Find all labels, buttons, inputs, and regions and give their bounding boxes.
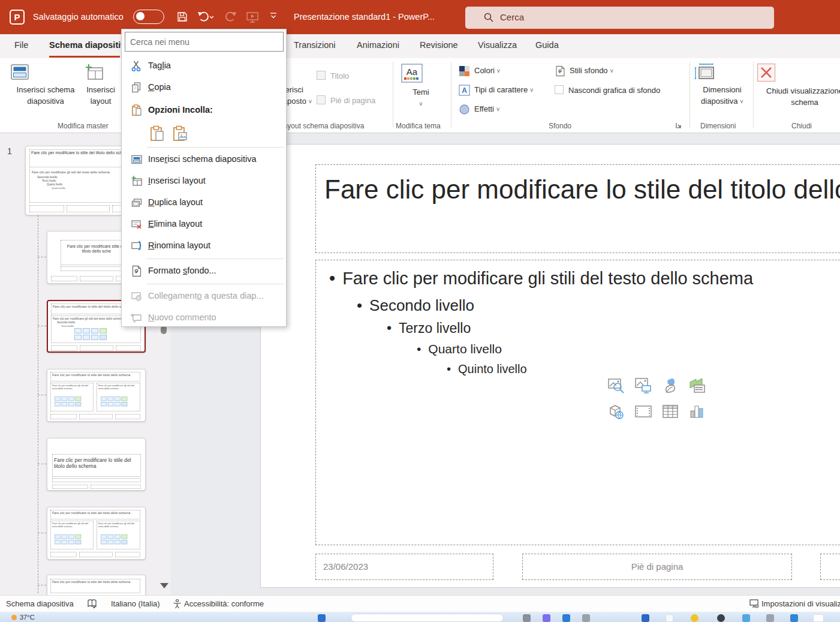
search-bar[interactable]: Cerca <box>465 7 774 29</box>
start-slideshow-icon <box>246 11 259 24</box>
proofing-icon[interactable] <box>87 599 97 609</box>
menu-item-formato-sfondo[interactable]: Formato sfondo... <box>122 260 287 282</box>
scrollbar-down-arrow-icon[interactable] <box>160 583 168 588</box>
taskbar-app-icon[interactable] <box>742 614 750 622</box>
customize-quick-access-icon[interactable] <box>269 12 278 20</box>
menu-item-rinomina-layout[interactable]: Rinomina layout <box>122 235 287 257</box>
insert-layout-button[interactable]: Inserisci layout <box>83 61 118 107</box>
tab-transizioni[interactable]: Transizioni <box>294 40 336 50</box>
display-settings-icon <box>749 599 759 608</box>
chart-icon[interactable] <box>689 404 706 419</box>
menu-item-elimina-layout[interactable]: Elimina layout <box>122 214 287 235</box>
slide-thumbnail-comparison[interactable]: Fare clic per modificare lo stile del ti… <box>47 507 146 560</box>
paste-keep-formatting-icon[interactable] <box>148 125 166 143</box>
body-placeholder[interactable]: •Fare clic per modificare gli stili del … <box>315 260 840 545</box>
taskbar-app-icon[interactable] <box>543 614 550 622</box>
link-icon <box>131 290 143 302</box>
sfondo-dialog-launcher-icon[interactable] <box>675 122 682 129</box>
taskbar-search-box[interactable] <box>351 614 504 622</box>
tab-visualizza[interactable]: Visualizza <box>478 40 517 50</box>
taskbar-app-icon[interactable] <box>717 614 725 622</box>
group-label-modifica-master: Modifica master <box>58 122 109 130</box>
video-icon[interactable] <box>635 404 652 419</box>
effetti-icon <box>459 104 470 115</box>
view-status-label: Schema diapositiva <box>6 599 74 608</box>
taskbar-app-icon[interactable] <box>318 614 326 622</box>
menu-item-label: Copia <box>148 82 171 92</box>
chiudi-visualizzazione-schema-button[interactable]: Chiudi visualizzazione schema <box>757 61 840 109</box>
menu-item-label: Duplica layout <box>148 197 203 207</box>
undo-icon[interactable] <box>197 11 215 24</box>
smartart-icon[interactable] <box>689 378 706 393</box>
display-settings-button[interactable]: Impostazioni di visualizzazione <box>761 599 840 608</box>
menu-item-inserisci-layout[interactable]: Inserisci layout <box>122 170 287 192</box>
menu-item-copia[interactable]: Copia <box>122 77 287 98</box>
paste-picture-icon[interactable] <box>171 125 189 143</box>
language-status[interactable]: Italiano (Italia) <box>111 599 160 608</box>
temi-button[interactable]: Aa Temi ˅ <box>401 61 441 110</box>
pictures-icon[interactable] <box>635 378 652 393</box>
pie-di-pagina-checkbox <box>317 95 326 104</box>
tab-guida[interactable]: Guida <box>535 40 559 50</box>
taskbar-app-icon[interactable] <box>691 614 699 622</box>
menu-item-label: Formato sfondo... <box>148 266 216 275</box>
3d-model-icon[interactable] <box>608 404 625 419</box>
group-label-chiudi: Chiudi <box>791 122 812 130</box>
menu-search-input[interactable] <box>125 32 284 52</box>
nascondi-grafica-checkbox[interactable] <box>555 85 564 94</box>
group-label-sfondo: Sfondo <box>549 122 571 130</box>
accessibility-icon <box>172 599 182 609</box>
save-icon[interactable] <box>176 11 188 23</box>
date-placeholder[interactable]: 23/06/2023 <box>315 554 493 580</box>
menu-item-inserisci-schema[interactable]: Inserisci schema diapositiva <box>122 149 287 170</box>
taskbar-app-icon[interactable] <box>790 614 798 622</box>
powerpoint-logo-icon[interactable]: P <box>10 10 25 25</box>
stock-images-icon[interactable] <box>608 378 625 393</box>
title-placeholder[interactable]: Fare clic per modificare lo stile del ti… <box>315 164 840 253</box>
insert-layout-icon <box>131 175 143 187</box>
effetti-button[interactable]: Effetti ˅ <box>474 104 499 113</box>
menu-item-taglia[interactable]: Taglia <box>122 55 287 77</box>
taskbar-app-icon[interactable] <box>562 614 570 622</box>
bullet-level-3: •Terzo livello <box>387 320 471 336</box>
taskbar-app-icon[interactable] <box>582 614 590 622</box>
weather-widget[interactable]: 37°C <box>20 614 35 621</box>
tipi-di-carattere-button[interactable]: Tipi di carattere ˅ <box>474 85 534 94</box>
taskbar-app-icon[interactable] <box>766 614 774 622</box>
table-icon[interactable] <box>662 404 679 419</box>
slide-thumbnail-two-content[interactable]: Fare clic per modificare lo stile del ti… <box>47 369 146 422</box>
insert-slide-master-icon <box>10 63 82 81</box>
tab-revisione[interactable]: Revisione <box>420 40 458 50</box>
autosave-toggle[interactable] <box>133 10 164 24</box>
nascondi-grafica-label: Nascondi grafica di sfondo <box>568 86 660 95</box>
menu-item-duplica-layout[interactable]: Duplica layout <box>122 192 287 214</box>
dimensioni-diapositiva-icon <box>694 63 751 81</box>
icons-icon[interactable] <box>662 378 679 393</box>
slidenumber-placeholder[interactable] <box>820 554 840 580</box>
insert-layout-icon <box>83 63 118 81</box>
footer-placeholder[interactable]: Piè di pagina <box>522 554 792 580</box>
autosave-label: Salvataggio automatico <box>33 12 124 22</box>
search-placeholder-text: Cerca <box>500 12 524 22</box>
insert-slide-master-button[interactable]: Inserisci schema diapositiva <box>10 61 82 107</box>
tab-schema-diapositiva[interactable]: Schema diapositiva <box>49 40 130 50</box>
taskbar-app-icon[interactable] <box>642 614 649 622</box>
taskbar-app-icon[interactable] <box>813 614 824 622</box>
group-label-layout-schema: Layout schema diapositiva <box>279 122 364 130</box>
colori-button[interactable]: Colori ˅ <box>474 66 500 75</box>
powerpoint-window: P Salvataggio automatico Presentazione s… <box>0 0 840 622</box>
tipi-di-carattere-icon: A <box>459 85 470 96</box>
group-label-dimensioni: Dimensioni <box>700 122 736 130</box>
group-label-modifica-tema: Modifica tema <box>396 122 441 130</box>
bullet-level-4: •Quarto livello <box>417 342 502 356</box>
taskbar-app-icon[interactable] <box>666 614 673 622</box>
menu-section-label: Opzioni Incolla: <box>148 105 213 115</box>
accessibility-status[interactable]: Accessibilità: conforme <box>184 599 264 608</box>
taskbar-app-icon[interactable] <box>523 614 531 622</box>
tab-file[interactable]: File <box>14 40 28 50</box>
stili-sfondo-button[interactable]: Stili sfondo ˅ <box>570 66 613 75</box>
slide-thumbnail-title-only[interactable]: Fare clic per modificare lo stile del ti… <box>47 438 146 491</box>
active-tab-underline <box>49 56 120 58</box>
dimensioni-diapositiva-button[interactable]: Dimensioni diapositiva ˅ <box>694 61 751 107</box>
tab-animazioni[interactable]: Animazioni <box>357 40 399 50</box>
